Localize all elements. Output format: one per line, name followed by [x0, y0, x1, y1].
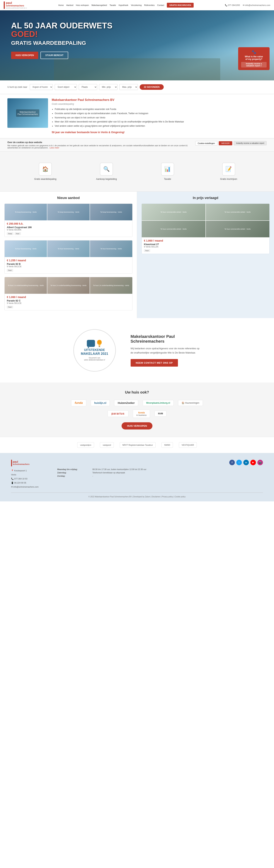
phone-number[interactable]: 📞 077-3641093	[225, 4, 240, 6]
site-footer: paul schreinemachers 📍 Keulsepoort 1 Ven…	[0, 453, 274, 501]
intro-image: MakelaarskantoorPaul Schreinemachers	[7, 98, 48, 128]
nav-verzekering[interactable]: Verzekering	[131, 4, 141, 6]
award-text-title: Makelaarskantoor Paul Schreinemachers	[131, 334, 201, 344]
ipv-address-1: Klaastraat 27	[144, 243, 267, 246]
partner-huurwoningen[interactable]: 🏠 Huurwoningen	[178, 400, 203, 406]
award-keurmerk: Keurmerk van	[89, 357, 100, 359]
logo-name: paul	[6, 1, 27, 4]
feature-icon-1: 🔍	[100, 163, 113, 176]
feature-inschrijven[interactable]: 📝 Gratis inschrijven	[198, 159, 259, 184]
property-price-3: € 1.060 / maand	[7, 296, 130, 299]
property-img-2c: Te huur bovenwoning - Venlo	[90, 241, 132, 257]
property-city-1: 9 Venlo 5914KK	[7, 229, 130, 231]
social-linkedin[interactable]: in	[243, 460, 249, 465]
ipv-img-1c: Te huur commerciële winkel - Venlo	[142, 221, 205, 237]
ipv-price-1: € 1.860 / maand	[144, 239, 267, 242]
property-img-3c: Te huur | in onderhandeling bovenwoning …	[90, 277, 132, 294]
feature-aankoop[interactable]: 🔍 Aankoop begeleiding	[76, 159, 137, 184]
property-address-2: Parade 82 B	[7, 262, 130, 266]
property-card-2[interactable]: Te huur bovenwoning - Venlo Te huur bove…	[4, 240, 133, 274]
cert-nrvt: NRVT Registermakelaar-Taxateur	[120, 442, 156, 448]
ipv-property-card-1[interactable]: Te huur commerciële winkel - Venlo Te hu…	[141, 204, 270, 254]
partner-huizenzoeker[interactable]: HuizenZoeker	[114, 400, 138, 406]
property-price-1: € 250.000 k.k.	[7, 222, 130, 225]
feature-label-2: Taxatie	[141, 178, 195, 180]
property-tag-koop: koop	[7, 232, 13, 235]
social-twitter[interactable]: t	[236, 460, 242, 465]
logo-sub: MAKELAARSKANTOOR B.V.	[6, 7, 27, 9]
nav-contact[interactable]: Contact	[157, 4, 164, 6]
plaats-select[interactable]: Plaats	[79, 84, 97, 90]
ipv-city-1: 9 Venlo 5911JN	[144, 246, 267, 248]
feature-icon-0: 🏠	[39, 163, 52, 176]
social-youtube[interactable]: ▶	[250, 460, 256, 465]
nav-taxatie[interactable]: Taxatie	[110, 4, 116, 6]
nav-makelaarsgebied[interactable]: Makelaarsgebied	[91, 4, 107, 6]
intro-bullets: Publicaties op alle bekijkste woningsite…	[52, 107, 267, 128]
cookie-settings-button[interactable]: Cookie-instellingen	[195, 141, 217, 146]
feature-icon-2: 📊	[161, 163, 174, 176]
feature-label-1: Aankoop begeleiding	[80, 178, 133, 180]
property-price-2: € 1.255 / maand	[7, 259, 130, 262]
cookie-learn-more-link[interactable]: Lees meer	[50, 147, 59, 149]
cookie-reject-button[interactable]: WEIGER	[219, 141, 232, 145]
intro-title: Makelaarskantoor Paul Schreinemachers BV	[52, 98, 267, 102]
ipv-img-1b: Te huur commerciële winkel - Venlo	[206, 204, 270, 220]
social-instagram[interactable]: 📷	[257, 460, 263, 465]
kopen-huren-select[interactable]: Kopen of huren	[30, 84, 53, 90]
award-year: MAKELAAR 2021	[81, 352, 108, 356]
partner-funda-business[interactable]: funda in business	[133, 409, 150, 418]
cookie-title: Over de cookies op deze website	[7, 141, 192, 144]
feature-waardebepaling[interactable]: 🏠 Gratis waardebepaling	[15, 159, 76, 184]
nav-huis-verkopen[interactable]: Huis verkopen	[76, 4, 89, 6]
property-img-2a: Te huur bovenwoning - Venlo	[5, 241, 47, 257]
valuation-widget[interactable]: 🐾 What is the value of my property? Inst…	[238, 47, 270, 70]
footer-logo-name1: paul	[13, 461, 30, 463]
footer-hours-content: Maandag t/m vrijdag: 08:30 t/m 17:30 uur…	[57, 468, 263, 477]
valuation-line1: What is the value	[241, 55, 267, 58]
contact-button[interactable]: NEEM CONTACT MET ONS OP	[131, 359, 178, 367]
contact-info: 📞 077-3641093 ✉ info@schreinemachers.com	[225, 4, 270, 6]
property-img-3b: Te huur | in onderhandeling bovenwoning …	[47, 277, 90, 294]
min-prijs-select[interactable]: Min. prijs	[99, 84, 117, 90]
nav-hypotheek[interactable]: Hypotheek	[119, 4, 129, 6]
huis-verkopen-hero-button[interactable]: HUIS VERKOPEN	[11, 52, 38, 59]
property-city-3: 9 Venlo 5911CE	[7, 302, 130, 304]
partner-pararius[interactable]: pararius	[108, 410, 129, 417]
property-tag-huur: huur	[15, 232, 21, 235]
footer-social-row: f t in ▶ 📷	[57, 460, 263, 465]
nav-home[interactable]: Home	[58, 4, 64, 6]
partners-title: Uw huis ook?	[11, 390, 263, 395]
stuur-bericht-button[interactable]: STUUR BERICHT	[40, 52, 68, 59]
partner-huislijn[interactable]: huislijn.nl	[91, 400, 110, 406]
nav-referenties[interactable]: Referenties	[144, 4, 155, 6]
property-card-1[interactable]: Te koop bovenwoning - Venlo Te koop bove…	[4, 204, 133, 237]
partner-funda[interactable]: funda	[71, 400, 86, 406]
soort-object-select[interactable]: Soort object	[55, 84, 77, 90]
logo-name2: schreinemachers	[6, 4, 27, 7]
email-address[interactable]: ✉ info@schreinemachers.com	[243, 4, 270, 6]
bullet-1: Publicaties op alle bekijkste woningsite…	[55, 107, 267, 112]
cookie-valuation-button[interactable]: Instantly receive a valuation report	[234, 141, 267, 145]
social-facebook[interactable]: f	[229, 460, 235, 465]
property-card-3[interactable]: Te huur | in onderhandeling bovenwoning …	[4, 277, 133, 310]
nav-aanbod[interactable]: Aanbod	[66, 4, 73, 6]
hero-title-line1: AL 50 JAAR OUDERWETS	[11, 21, 112, 30]
logo[interactable]: paul schreinemachers MAKELAARSKANTOOR B.…	[4, 1, 27, 9]
max-prijs-select[interactable]: Max. prijs	[119, 84, 138, 90]
search-button[interactable]: 22 GEVONDEN	[140, 84, 164, 90]
award-section: 🏆 UITSTEKENDE MAKELAAR 2021 Keurmerk van…	[0, 318, 274, 383]
cookie-text: We maken gebruik van cookies om gegevens…	[7, 145, 188, 149]
feature-label-3: Gratis inschrijven	[202, 178, 255, 180]
award-text-body: Wij bedanken onze opdrachtgevers voor de…	[131, 346, 201, 355]
award-circle: 🏆 UITSTEKENDE MAKELAAR 2021 Keurmerk van…	[73, 329, 116, 372]
partner-woonplaats[interactable]: WoonplaatsLimburg.nl	[143, 400, 174, 406]
property-img-1b: Te koop bovenwoning - Venlo	[47, 204, 90, 220]
property-tag-huur-3: huur	[7, 306, 13, 308]
cta-inschrijven-button[interactable]: GRATIS INSCHRIJVEN	[167, 3, 194, 7]
huis-verkopen-partners-button[interactable]: HUIS VERKOPEN	[121, 422, 153, 430]
partner-nvm[interactable]: NVM	[155, 411, 166, 416]
award-trophy-icon: 🏆	[97, 340, 102, 347]
makelaar-intro-section: MakelaarskantoorPaul Schreinemachers Mak…	[0, 94, 274, 138]
feature-taxatie[interactable]: 📊 Taxatie	[137, 159, 198, 184]
